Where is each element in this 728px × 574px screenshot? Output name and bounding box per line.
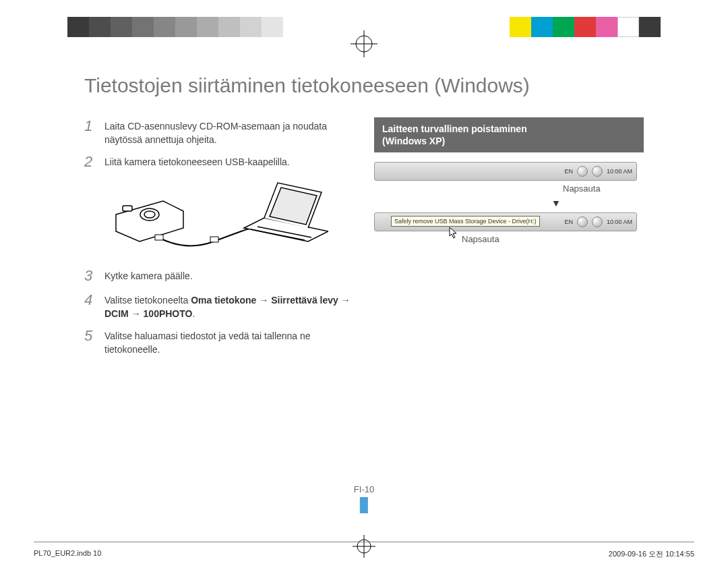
- swatch: [531, 17, 553, 37]
- step-text: Liitä kamera tietokoneeseen USB-kaapelil…: [104, 153, 290, 169]
- color-swatches: [510, 17, 661, 37]
- footer-filename: PL70_EUR2.indb 10: [34, 549, 101, 559]
- arrow-icon: →: [129, 308, 144, 319]
- sidebar-heading-line2: (Windows XP): [382, 135, 636, 147]
- taskbar-time: 10:00 AM: [607, 219, 632, 225]
- swatch: [617, 17, 639, 37]
- swatch: [111, 17, 132, 37]
- steps-column: 1 Laita CD-asennuslevy CD-ROM-asemaan ja…: [84, 117, 354, 364]
- taskbar-tray: EN 10:00 AM: [374, 162, 637, 181]
- step-text: Laita CD-asennuslevy CD-ROM-asemaan ja n…: [104, 117, 354, 146]
- click-label-2: Napsauta: [374, 234, 637, 244]
- step-number: 5: [84, 327, 96, 345]
- step-number: 1: [84, 117, 96, 135]
- step-text: Valitse haluamasi tiedostot ja vedä tai …: [104, 327, 354, 356]
- sidebar-heading: Laitteen turvallinen poistaminen (Window…: [374, 117, 644, 152]
- svg-rect-6: [155, 235, 163, 240]
- taskbar-time: 10:00 AM: [607, 168, 632, 175]
- swatch: [596, 17, 617, 37]
- step4-bold4: 100PHOTO: [144, 308, 193, 319]
- sidebar-column: Laitteen turvallinen poistaminen (Window…: [374, 117, 644, 364]
- step-number: 2: [84, 153, 96, 171]
- swatch: [197, 17, 218, 37]
- swatch: [262, 17, 283, 37]
- grayscale-swatches: [67, 17, 283, 37]
- taskbar-screenshot-1: EN 10:00 AM Napsauta ▼ Safely remove USB…: [374, 162, 637, 244]
- step-1: 1 Laita CD-asennuslevy CD-ROM-asemaan ja…: [84, 117, 354, 146]
- step-text: Kytke kamera päälle.: [104, 267, 193, 283]
- step-2: 2 Liitä kamera tietokoneeseen USB-kaapel…: [84, 153, 354, 171]
- svg-rect-7: [210, 237, 218, 242]
- step4-pre: Valitse tietokoneelta: [104, 295, 191, 306]
- swatch: [89, 17, 111, 37]
- svg-rect-5: [123, 206, 132, 211]
- swatch: [132, 17, 154, 37]
- taskbar-tray-2: Safely remove USB Mass Storage Device - …: [374, 212, 637, 231]
- step-4: 4 Valitse tietokoneelta Oma tietokone → …: [84, 291, 354, 320]
- step4-post: .: [192, 308, 195, 319]
- click-label-1: Napsauta: [374, 183, 637, 194]
- sidebar-heading-line1: Laitteen turvallinen poistaminen: [382, 123, 636, 135]
- page-content: Tietostojen siirtäminen tietokoneeseen (…: [64, 51, 664, 540]
- cursor-icon: [449, 227, 460, 241]
- page-number: FI-10: [354, 484, 374, 494]
- safely-remove-icon: [592, 166, 603, 177]
- swatch: [574, 17, 596, 37]
- camera-laptop-illustration: [106, 177, 354, 255]
- step4-bold1: Oma tietokone: [191, 295, 256, 306]
- registration-mark-bottom: [347, 529, 381, 565]
- print-footer: PL70_EUR2.indb 10 2009-09-16 오전 10:14:55: [34, 542, 694, 559]
- safely-remove-icon: [592, 217, 603, 227]
- swatch: [154, 17, 175, 37]
- step-number: 3: [84, 267, 96, 285]
- registration-color-strip: [0, 17, 728, 37]
- swatch: [175, 17, 197, 37]
- step4-bold3: DCIM: [104, 308, 129, 319]
- tray-icon: [577, 166, 588, 177]
- step-5: 5 Valitse haluamasi tiedostot ja vedä ta…: [84, 327, 354, 356]
- taskbar-lang: EN: [564, 168, 573, 175]
- page-title: Tietostojen siirtäminen tietokoneeseen (…: [84, 74, 664, 97]
- step-number: 4: [84, 291, 96, 309]
- swatch: [639, 17, 661, 37]
- down-arrow-icon: ▼: [374, 198, 637, 208]
- footer-timestamp: 2009-09-16 오전 10:14:55: [609, 549, 694, 559]
- swatch: [510, 17, 531, 37]
- svg-point-4: [144, 211, 155, 218]
- arrow-icon: →: [256, 295, 271, 306]
- safely-remove-tooltip: Safely remove USB Mass Storage Device - …: [391, 216, 540, 227]
- page-tab-marker: [360, 497, 368, 513]
- arrow-icon: →: [338, 295, 351, 306]
- tray-icon: [577, 217, 588, 227]
- step-text: Valitse tietokoneelta Oma tietokone → Si…: [104, 291, 354, 320]
- swatch: [240, 17, 262, 37]
- taskbar-lang: EN: [564, 219, 573, 225]
- swatch: [218, 17, 240, 37]
- swatch: [553, 17, 574, 37]
- step-3: 3 Kytke kamera päälle.: [84, 267, 354, 285]
- step4-bold2: Siirrettävä levy: [271, 295, 338, 306]
- swatch: [67, 17, 89, 37]
- page-number-block: FI-10: [354, 484, 374, 513]
